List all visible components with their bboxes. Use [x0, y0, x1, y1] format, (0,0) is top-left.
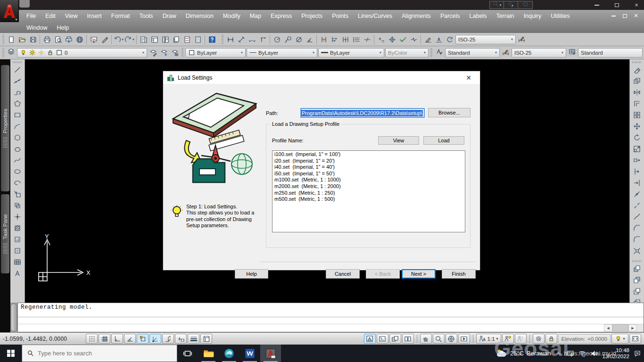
menu-item[interactable]: Map	[245, 10, 266, 22]
erase-button[interactable]	[631, 64, 643, 75]
dim-edit-button[interactable]	[422, 34, 433, 45]
next-button[interactable]: Next >	[402, 269, 436, 279]
dim-angular-button[interactable]	[304, 34, 315, 45]
restore-button[interactable]	[613, 2, 620, 8]
lwt-button[interactable]	[188, 334, 199, 344]
join-button[interactable]	[631, 211, 643, 222]
rectangle-button[interactable]	[12, 109, 23, 121]
properties-button[interactable]	[138, 34, 149, 45]
close-button[interactable]: ×	[633, 2, 640, 8]
back-button[interactable]	[631, 274, 643, 286]
layer-states-button[interactable]	[169, 47, 180, 58]
dim-update-button[interactable]	[444, 34, 455, 45]
menu-item[interactable]: View	[60, 10, 83, 22]
dim-style-button[interactable]	[500, 47, 511, 58]
polar-button[interactable]	[124, 334, 136, 344]
line-button[interactable]	[12, 64, 23, 75]
region-button[interactable]	[12, 245, 23, 256]
ellipse-button[interactable]	[12, 166, 23, 177]
menu-item[interactable]: Terrain	[491, 10, 519, 22]
linetype-select[interactable]: ByLayer▾	[247, 48, 317, 58]
dim-inspect-button[interactable]	[397, 34, 408, 45]
mtext-button[interactable]	[12, 268, 23, 279]
quickcalc-button[interactable]	[192, 34, 203, 45]
motion-button[interactable]	[458, 334, 470, 344]
dyn-button[interactable]	[175, 334, 187, 344]
snap-button[interactable]	[86, 334, 98, 344]
help-button[interactable]: Help	[235, 269, 268, 279]
taskbar-search-box[interactable]	[22, 345, 177, 362]
menu-item[interactable]: Insert	[83, 10, 107, 22]
menu-item[interactable]: Help	[52, 22, 74, 33]
sketch-button[interactable]	[99, 34, 110, 45]
application-menu-button[interactable]: ▼	[0, 0, 19, 22]
scroll-left-button[interactable]: ◄	[604, 324, 612, 331]
profile-item[interactable]: m2000.set (Metric, 1 : 2000)	[272, 183, 465, 190]
file-explorer-task[interactable]	[198, 345, 219, 362]
menu-item[interactable]: Labels	[465, 10, 492, 22]
dim-break-button[interactable]	[362, 34, 372, 45]
zoom-button[interactable]	[433, 334, 445, 344]
help-button[interactable]	[206, 34, 217, 45]
load-button[interactable]: Load	[423, 136, 464, 145]
dim-ordinate-button[interactable]	[257, 34, 268, 45]
menu-item[interactable]: Express	[266, 10, 297, 22]
tray-expand-button[interactable]	[555, 350, 562, 357]
markup-button[interactable]	[88, 34, 99, 45]
break-button[interactable]	[631, 200, 643, 211]
finish-button[interactable]: Finish	[442, 269, 476, 279]
profile-item[interactable]: i100.set (Imperial, 1" = 100')	[272, 151, 465, 158]
gradient-button[interactable]	[12, 234, 23, 245]
color-select[interactable]: ByLayer▾	[185, 48, 246, 58]
clean-screen-button[interactable]	[629, 334, 641, 344]
dim-baseline-button[interactable]	[329, 34, 340, 45]
dim-continue-button[interactable]	[340, 34, 351, 45]
plot-button[interactable]	[41, 34, 52, 45]
scale-button[interactable]	[631, 143, 643, 155]
clock[interactable]: 10:48 13/02/2022	[602, 347, 629, 360]
annotation-visibility-button[interactable]	[502, 334, 514, 344]
workspace-switching-button[interactable]	[533, 334, 545, 344]
menu-item[interactable]: Tools	[134, 10, 157, 22]
redo-button[interactable]: ▾	[124, 34, 135, 45]
status-bar-menu-button[interactable]: ▾	[611, 334, 628, 344]
autocad-ldc-task[interactable]	[260, 345, 281, 362]
polygon-button[interactable]	[12, 98, 23, 109]
menu-item[interactable]: Lines/Curves	[353, 10, 397, 22]
save-button[interactable]	[27, 34, 38, 45]
block-button[interactable]	[12, 200, 23, 211]
breakpt-button[interactable]	[631, 189, 643, 200]
properties-palette-tab[interactable]: Properties	[1, 65, 9, 191]
view-button[interactable]: View	[378, 136, 419, 145]
menu-item[interactable]: Draw	[158, 10, 181, 22]
browse-button[interactable]: Browse...	[428, 108, 471, 117]
revcloud-button[interactable]	[12, 143, 23, 155]
copy-button[interactable]	[631, 75, 643, 87]
elevation-readout[interactable]: Elevation:+0.0000	[558, 334, 611, 344]
command-history[interactable]: Regenerating model.	[18, 303, 644, 317]
dialog-close-button[interactable]: ✕	[461, 71, 476, 84]
menu-item[interactable]: File	[22, 10, 41, 22]
favorites-button[interactable]	[518, 1, 532, 8]
stretch-button[interactable]	[631, 155, 643, 166]
modelspace-button[interactable]	[200, 334, 212, 344]
profile-item[interactable]: m500.set (Metric, 1 : 500)	[272, 196, 465, 203]
layer-prev-button[interactable]	[158, 47, 169, 58]
hatch-button[interactable]	[12, 222, 23, 234]
quick-access-toolbar-tab[interactable]	[19, 0, 30, 8]
command-input[interactable]	[18, 317, 644, 324]
array-button[interactable]	[631, 109, 643, 121]
open-button[interactable]	[17, 34, 27, 45]
toolbar-grab-handle[interactable]	[222, 35, 223, 44]
text-style-select[interactable]: Standard▾	[445, 48, 500, 58]
toolbar-grab-handle[interactable]	[13, 61, 22, 63]
dim-diameter-button[interactable]	[293, 34, 304, 45]
menu-item[interactable]: Edit	[41, 10, 60, 22]
mirror-button[interactable]	[631, 87, 643, 98]
qv-layouts-button[interactable]	[389, 334, 401, 344]
layer-properties-manager-button[interactable]	[6, 47, 17, 58]
screen-recorder-tray-icon[interactable]	[567, 350, 574, 357]
edge-browser-task[interactable]	[219, 345, 239, 362]
dim-style-select[interactable]: ISO-25▾	[455, 35, 516, 44]
toolbar-grab-handle[interactable]	[182, 48, 183, 58]
